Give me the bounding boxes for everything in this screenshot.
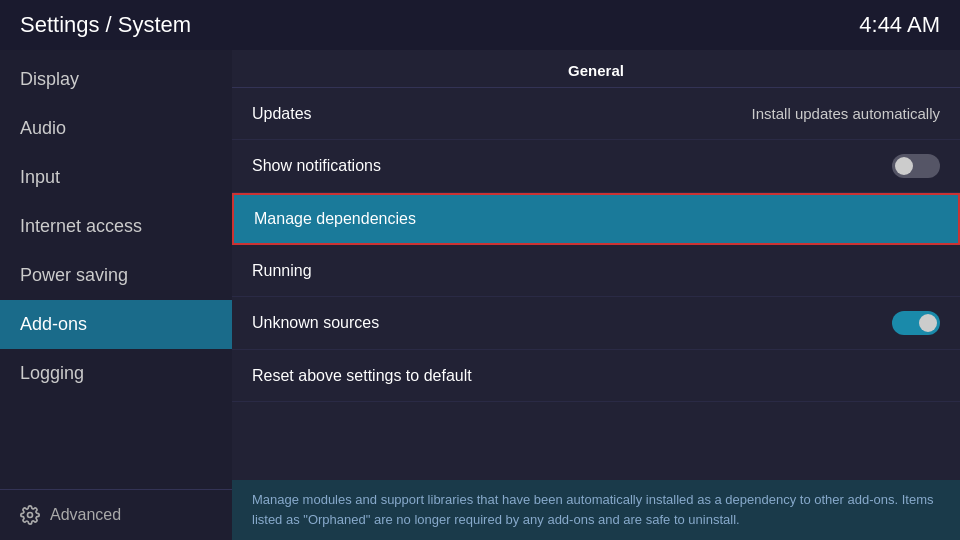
sidebar-item-input[interactable]: Input	[0, 153, 232, 202]
header: Settings / System 4:44 AM	[0, 0, 960, 50]
sidebar-item-display[interactable]: Display	[0, 55, 232, 104]
setting-row-updates[interactable]: UpdatesInstall updates automatically	[232, 88, 960, 140]
sidebar-item-power-saving[interactable]: Power saving	[0, 251, 232, 300]
setting-row-reset-settings[interactable]: Reset above settings to default	[232, 350, 960, 402]
advanced-button[interactable]: Advanced	[0, 489, 232, 540]
sidebar-items: DisplayAudioInputInternet accessPower sa…	[0, 50, 232, 489]
toggle-knob-show-notifications	[895, 157, 913, 175]
setting-value-updates: Install updates automatically	[752, 105, 940, 122]
status-bar: Manage modules and support libraries tha…	[232, 480, 960, 540]
clock: 4:44 AM	[859, 12, 940, 38]
main-layout: DisplayAudioInputInternet accessPower sa…	[0, 50, 960, 540]
section-header: General	[232, 50, 960, 88]
content-inner: General UpdatesInstall updates automatic…	[232, 50, 960, 480]
toggle-show-notifications[interactable]	[892, 154, 940, 178]
toggle-unknown-sources[interactable]	[892, 311, 940, 335]
setting-label-show-notifications: Show notifications	[252, 157, 381, 175]
setting-label-running: Running	[252, 262, 312, 280]
setting-label-updates: Updates	[252, 105, 312, 123]
sidebar-item-audio[interactable]: Audio	[0, 104, 232, 153]
settings-rows: UpdatesInstall updates automaticallyShow…	[232, 88, 960, 402]
advanced-label: Advanced	[50, 506, 121, 524]
setting-row-manage-dependencies[interactable]: Manage dependencies	[232, 193, 960, 245]
sidebar-item-logging[interactable]: Logging	[0, 349, 232, 398]
sidebar-item-internet-access[interactable]: Internet access	[0, 202, 232, 251]
status-text: Manage modules and support libraries tha…	[252, 492, 933, 527]
setting-label-reset-settings: Reset above settings to default	[252, 367, 472, 385]
gear-icon	[20, 505, 40, 525]
sidebar-item-add-ons[interactable]: Add-ons	[0, 300, 232, 349]
setting-label-unknown-sources: Unknown sources	[252, 314, 379, 332]
setting-row-show-notifications[interactable]: Show notifications	[232, 140, 960, 193]
setting-row-unknown-sources[interactable]: Unknown sources	[232, 297, 960, 350]
setting-row-running[interactable]: Running	[232, 245, 960, 297]
sidebar: DisplayAudioInputInternet accessPower sa…	[0, 50, 232, 540]
setting-label-manage-dependencies: Manage dependencies	[254, 210, 416, 228]
page-title: Settings / System	[20, 12, 191, 38]
toggle-knob-unknown-sources	[919, 314, 937, 332]
content-area: General UpdatesInstall updates automatic…	[232, 50, 960, 540]
svg-point-0	[28, 513, 33, 518]
